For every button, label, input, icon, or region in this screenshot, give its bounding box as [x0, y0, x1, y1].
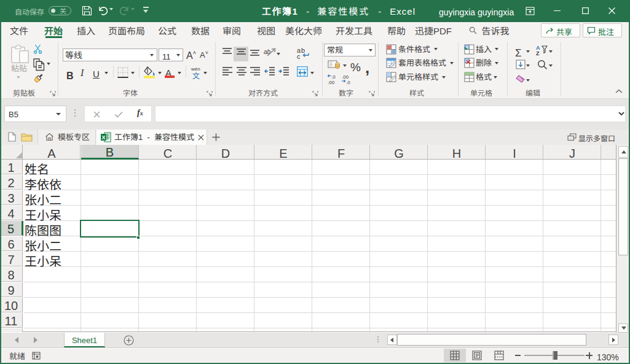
svg-text:.00: .00 — [328, 80, 335, 85]
svg-text:.0: .0 — [346, 80, 350, 85]
svg-text:X: X — [102, 134, 106, 141]
